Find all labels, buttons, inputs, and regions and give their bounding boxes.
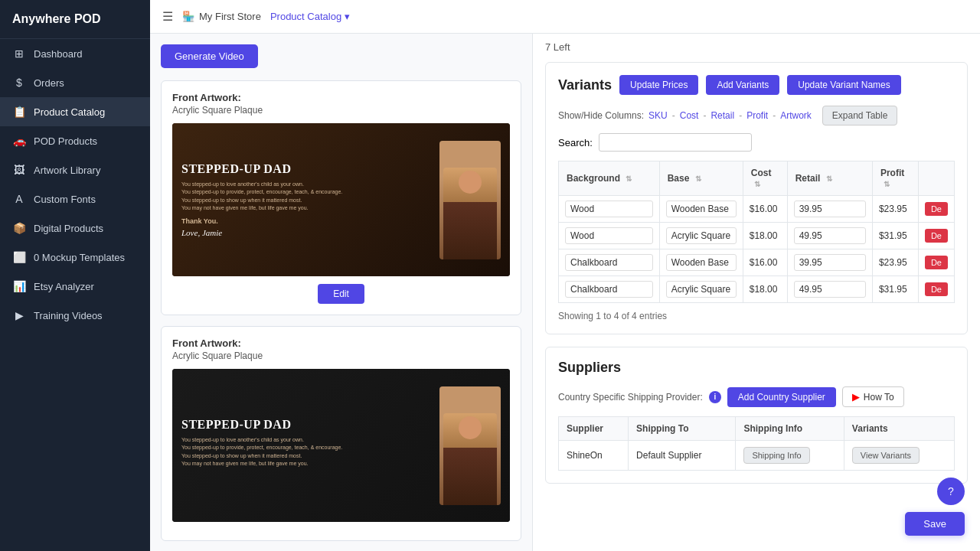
- background-input[interactable]: [565, 227, 653, 244]
- artwork-1-photo: [439, 141, 501, 259]
- dashboard-icon: ⊞: [12, 47, 26, 60]
- artwork-card-2-image: STEPPED-UP DAD You stepped-up to love an…: [172, 369, 510, 522]
- delete-row-button[interactable]: De: [925, 229, 948, 243]
- cell-background: [559, 223, 660, 249]
- update-variant-names-button[interactable]: Update Variant Names: [787, 75, 901, 95]
- retail-input[interactable]: [794, 201, 866, 217]
- sidebar-item-artwork-library[interactable]: 🖼 Artwork Library: [0, 155, 150, 184]
- suppliers-header: Suppliers: [558, 360, 955, 376]
- sidebar-item-training-videos[interactable]: ▶ Training Videos: [0, 301, 150, 330]
- supplier-name: ShineOn: [559, 441, 629, 471]
- view-variants-button[interactable]: View Variants: [852, 447, 920, 464]
- delete-row-button[interactable]: De: [925, 202, 948, 216]
- breadcrumb[interactable]: Product Catalog ▾: [270, 11, 350, 22]
- sidebar-item-orders[interactable]: $ Orders: [0, 68, 150, 97]
- artwork-1-body-text: You stepped-up to love another's child a…: [181, 181, 432, 213]
- sidebar-item-label: Custom Fonts: [34, 194, 96, 205]
- base-input[interactable]: [666, 281, 737, 298]
- app-brand: Anywhere POD: [0, 0, 150, 39]
- toggle-sku[interactable]: SKU: [648, 110, 668, 121]
- help-button[interactable]: ?: [937, 478, 965, 505]
- expand-table-button[interactable]: Expand Table: [822, 106, 898, 126]
- sidebar-item-label: 0 Mockup Templates: [34, 252, 125, 263]
- col-header-background: Background ⇅: [559, 161, 660, 196]
- sidebar-item-product-catalog[interactable]: 📋 Product Catalog: [0, 97, 150, 126]
- col-header-retail: Retail ⇅: [787, 161, 872, 196]
- breadcrumb-label: Product Catalog: [270, 11, 341, 22]
- cell-delete: De: [918, 276, 954, 303]
- cell-background: [559, 249, 660, 276]
- cell-profit: $31.95: [872, 276, 918, 303]
- supplier-shipping-info-cell: Shipping Info: [736, 441, 844, 471]
- add-country-supplier-button[interactable]: Add Country Supplier: [727, 387, 836, 407]
- suppliers-label-row: Country Specific Shipping Provider: i Ad…: [558, 386, 955, 407]
- custom-fonts-icon: A: [12, 193, 26, 205]
- artwork-2-photo: [439, 386, 501, 505]
- background-input[interactable]: [565, 201, 653, 217]
- artwork-library-icon: 🖼: [12, 164, 26, 176]
- sidebar-item-dashboard[interactable]: ⊞ Dashboard: [0, 39, 150, 68]
- artwork-card-2: Front Artwork: Acrylic Square Plaque STE…: [161, 326, 521, 541]
- artwork-card-1-subtitle: Acrylic Square Plaque: [172, 105, 510, 116]
- content-area: Generate Video Front Artwork: Acrylic Sq…: [150, 34, 980, 551]
- update-prices-button[interactable]: Update Prices: [619, 75, 698, 95]
- background-input[interactable]: [565, 254, 653, 271]
- cell-background: [559, 276, 660, 303]
- col-header-actions: [918, 161, 954, 196]
- shipping-info-button[interactable]: Shipping Info: [743, 447, 809, 464]
- sidebar-item-etsy-analyzer[interactable]: 📊 Etsy Analyzer: [0, 272, 150, 301]
- how-to-button[interactable]: ▶ How To: [842, 386, 904, 407]
- sidebar-item-mockup-templates[interactable]: ⬜ 0 Mockup Templates: [0, 243, 150, 272]
- store-icon: 🏪: [182, 11, 194, 22]
- artwork-1-signature: Love, Jamie: [181, 228, 432, 237]
- sidebar-item-label: POD Products: [34, 135, 97, 147]
- cell-cost: $16.00: [743, 196, 787, 223]
- retail-input[interactable]: [794, 281, 866, 298]
- right-panel: 7 Left Variants Update Prices Add Varian…: [533, 34, 980, 551]
- retail-input[interactable]: [794, 227, 866, 244]
- sidebar-item-custom-fonts[interactable]: A Custom Fonts: [0, 184, 150, 214]
- delete-row-button[interactable]: De: [925, 282, 948, 296]
- orders-icon: $: [12, 77, 26, 89]
- table-row: $16.00 $23.95 De: [559, 249, 955, 276]
- variants-title: Variants: [558, 77, 612, 93]
- retail-input[interactable]: [794, 254, 866, 271]
- artwork-2-body-text: You stepped-up to love another's child a…: [181, 436, 432, 468]
- generate-video-button[interactable]: Generate Video: [161, 44, 258, 68]
- cell-delete: De: [918, 223, 954, 249]
- background-input[interactable]: [565, 281, 653, 298]
- cell-profit: $23.95: [872, 196, 918, 223]
- delete-row-button[interactable]: De: [925, 256, 948, 269]
- table-row: $16.00 $23.95 De: [559, 196, 955, 223]
- youtube-icon: ▶: [852, 391, 860, 403]
- supplier-col-variants: Variants: [844, 417, 954, 441]
- suppliers-table: Supplier Shipping To Shipping Info Varia…: [558, 416, 955, 471]
- main-area: ☰ 🏪 My First Store Product Catalog ▾ Gen…: [150, 0, 980, 551]
- toggle-artwork[interactable]: Artwork: [780, 110, 812, 121]
- base-input[interactable]: [666, 254, 737, 271]
- search-input[interactable]: [599, 133, 752, 152]
- store-selector[interactable]: 🏪 My First Store: [182, 11, 261, 22]
- base-input[interactable]: [666, 227, 737, 244]
- artwork-2-title-text: STEPPED-UP DAD: [181, 418, 432, 432]
- sidebar-item-pod-products[interactable]: 🚗 POD Products: [0, 126, 150, 155]
- training-videos-icon: ▶: [12, 309, 26, 321]
- col-header-profit: Profit ⇅: [872, 161, 918, 196]
- left-count-text: 7 Left: [545, 41, 968, 53]
- search-row: Search:: [558, 133, 955, 152]
- edit-button-1[interactable]: Edit: [318, 284, 364, 304]
- toggle-profit[interactable]: Profit: [746, 110, 768, 121]
- supplier-col-shipping-to: Shipping To: [629, 417, 736, 441]
- base-input[interactable]: [666, 201, 737, 217]
- showing-text: Showing 1 to 4 of 4 entries: [558, 311, 955, 321]
- sidebar-item-label: Digital Products: [34, 223, 103, 234]
- toggle-retail[interactable]: Retail: [710, 110, 734, 121]
- sidebar-item-digital-products[interactable]: 📦 Digital Products: [0, 214, 150, 243]
- cell-retail: [787, 249, 872, 276]
- artwork-card-1-title: Front Artwork:: [172, 92, 510, 103]
- add-variants-button[interactable]: Add Variants: [706, 75, 779, 95]
- toggle-cost[interactable]: Cost: [680, 110, 699, 121]
- hamburger-icon[interactable]: ☰: [162, 9, 173, 24]
- search-label: Search:: [558, 137, 593, 148]
- save-button[interactable]: Save: [905, 512, 965, 536]
